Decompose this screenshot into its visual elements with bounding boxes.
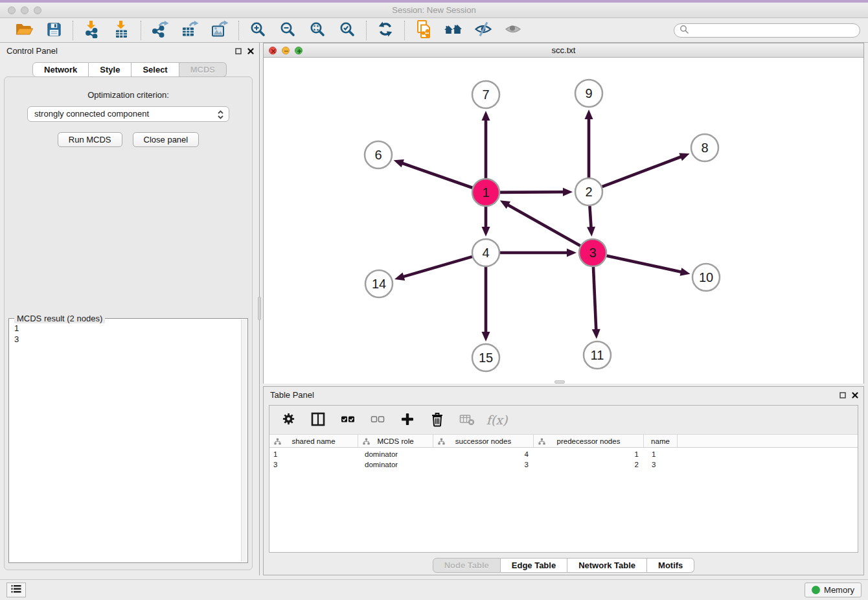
cell-successor-nodes[interactable]: 3 xyxy=(433,459,529,470)
memory-label: Memory xyxy=(824,585,854,595)
tab-network[interactable]: Network xyxy=(32,62,89,77)
delete-table-icon xyxy=(459,412,475,428)
search-input[interactable] xyxy=(689,25,860,36)
network-graph[interactable]: 7968124314101511 xyxy=(264,58,863,384)
tab-select[interactable]: Select xyxy=(131,62,179,77)
close-panel-icon[interactable] xyxy=(247,47,254,56)
graph-node-label-7: 7 xyxy=(482,87,489,102)
select-all-columns-button[interactable] xyxy=(339,411,356,428)
delete-columns-button[interactable] xyxy=(429,411,446,428)
network-view-titlebar[interactable]: scc.txt xyxy=(264,43,863,58)
export-network-button[interactable] xyxy=(150,20,170,41)
hide-details-button[interactable] xyxy=(473,20,494,41)
tab-network-table[interactable]: Network Table xyxy=(567,558,647,573)
graph-edge-3-10[interactable] xyxy=(606,256,681,272)
show-task-history-button[interactable] xyxy=(6,583,26,597)
zoom-selected-button[interactable] xyxy=(337,20,358,41)
float-table-panel-icon[interactable] xyxy=(839,391,846,400)
graph-edge-arrowhead xyxy=(482,227,490,237)
graph-edge-1-6[interactable] xyxy=(402,163,472,188)
table-row[interactable]: 1 dominator 4 1 1 xyxy=(269,449,858,459)
graph-node-label-15: 15 xyxy=(479,351,493,365)
column-header-successor-nodes[interactable]: successor nodes xyxy=(433,435,534,448)
zoom-out-button[interactable] xyxy=(277,20,298,41)
save-session-button[interactable] xyxy=(43,20,64,41)
graph-edge-2-8[interactable] xyxy=(602,156,682,187)
graph-edge-1-2[interactable] xyxy=(500,192,564,192)
main-titlebar[interactable]: Session: New Session xyxy=(0,3,868,18)
tree-icon xyxy=(274,438,281,445)
cell-mcds-role[interactable]: dominator xyxy=(365,449,429,459)
table-panel-title: Table Panel xyxy=(270,390,314,400)
run-mcds-button[interactable]: Run MCDS xyxy=(58,132,122,147)
split-panel-button[interactable] xyxy=(310,411,326,428)
column-header-name[interactable]: name xyxy=(644,435,678,448)
create-column-button[interactable] xyxy=(399,411,416,428)
cell-shared-name[interactable]: 1 xyxy=(273,449,354,459)
first-neighbors-button[interactable] xyxy=(443,20,464,41)
graph-edge-4-14[interactable] xyxy=(402,257,472,277)
memory-status-icon xyxy=(812,586,820,594)
zoom-out-icon xyxy=(279,21,296,40)
graph-edge-arrowhead xyxy=(585,110,593,119)
panel-splitter-handle[interactable] xyxy=(258,297,261,320)
export-image-button[interactable] xyxy=(209,20,230,41)
open-folder-icon xyxy=(15,21,33,39)
cell-name[interactable]: 1 xyxy=(652,449,678,459)
column-header-shared-name[interactable]: shared name xyxy=(269,435,358,448)
column-header-predecessor-nodes[interactable]: predecessor nodes xyxy=(534,435,644,448)
show-details-button[interactable] xyxy=(503,20,523,41)
import-table-button[interactable] xyxy=(111,20,132,41)
view-splitter-handle[interactable] xyxy=(554,380,565,384)
close-table-panel-icon[interactable] xyxy=(852,391,858,400)
tab-mcds[interactable]: MCDS xyxy=(179,62,227,77)
tab-style[interactable]: Style xyxy=(89,62,131,77)
tab-motifs[interactable]: Motifs xyxy=(647,558,694,573)
deselect-all-columns-button[interactable] xyxy=(369,411,386,428)
network-canvas[interactable]: 7968124314101511 xyxy=(264,58,863,384)
cell-predecessor-nodes[interactable]: 1 xyxy=(534,449,639,459)
import-network-button[interactable] xyxy=(82,20,102,41)
tree-icon xyxy=(538,438,545,445)
graph-edge-arrowhead xyxy=(482,332,490,341)
network-minimize-button[interactable] xyxy=(282,47,290,54)
cell-successor-nodes[interactable]: 4 xyxy=(433,449,529,459)
zoom-fit-button[interactable] xyxy=(307,20,328,41)
cell-predecessor-nodes[interactable]: 2 xyxy=(534,459,639,470)
open-session-button[interactable] xyxy=(14,20,34,41)
cell-mcds-role[interactable]: dominator xyxy=(365,459,429,470)
memory-button[interactable]: Memory xyxy=(805,583,862,597)
network-close-button[interactable] xyxy=(269,47,277,54)
duplicate-network-button[interactable] xyxy=(413,20,434,41)
graph-edge-3-11[interactable] xyxy=(593,267,596,330)
graph-edge-arrowhead xyxy=(394,273,405,281)
column-header-mcds-role[interactable]: MCDS role xyxy=(358,435,433,448)
criterion-selected-value: strongly connected component xyxy=(34,109,149,119)
graph-node-label-2: 2 xyxy=(585,185,592,199)
search-icon xyxy=(680,25,689,36)
control-panel-title: Control Panel xyxy=(6,46,58,56)
zoom-in-button[interactable] xyxy=(247,20,268,41)
tab-node-table[interactable]: Node Table xyxy=(433,558,501,573)
close-panel-button[interactable]: Close panel xyxy=(133,132,200,147)
function-builder-button[interactable]: f(x) xyxy=(488,411,505,428)
graph-edge-arrowhead xyxy=(394,159,404,167)
table-settings-button[interactable] xyxy=(280,411,297,428)
houses-icon xyxy=(444,21,463,39)
export-table-button[interactable] xyxy=(179,20,200,41)
search-box[interactable] xyxy=(674,23,860,38)
float-panel-icon[interactable] xyxy=(235,47,242,56)
network-zoom-button[interactable] xyxy=(295,47,303,54)
tab-edge-table[interactable]: Edge Table xyxy=(501,558,567,573)
delete-table-button[interactable] xyxy=(459,411,475,428)
cell-shared-name[interactable]: 3 xyxy=(273,459,354,470)
table-row[interactable]: 3 dominator 3 2 3 xyxy=(269,459,858,470)
graph-edge-3-1[interactable] xyxy=(507,205,580,246)
cell-name[interactable]: 3 xyxy=(652,459,678,470)
graph-edge-2-3[interactable] xyxy=(589,206,591,228)
result-scrollbar[interactable] xyxy=(241,319,247,562)
mcds-result-text[interactable]: 1 3 xyxy=(9,320,241,562)
criterion-select[interactable]: strongly connected component xyxy=(27,106,229,122)
plus-icon xyxy=(400,412,415,428)
refresh-button[interactable] xyxy=(375,20,396,41)
